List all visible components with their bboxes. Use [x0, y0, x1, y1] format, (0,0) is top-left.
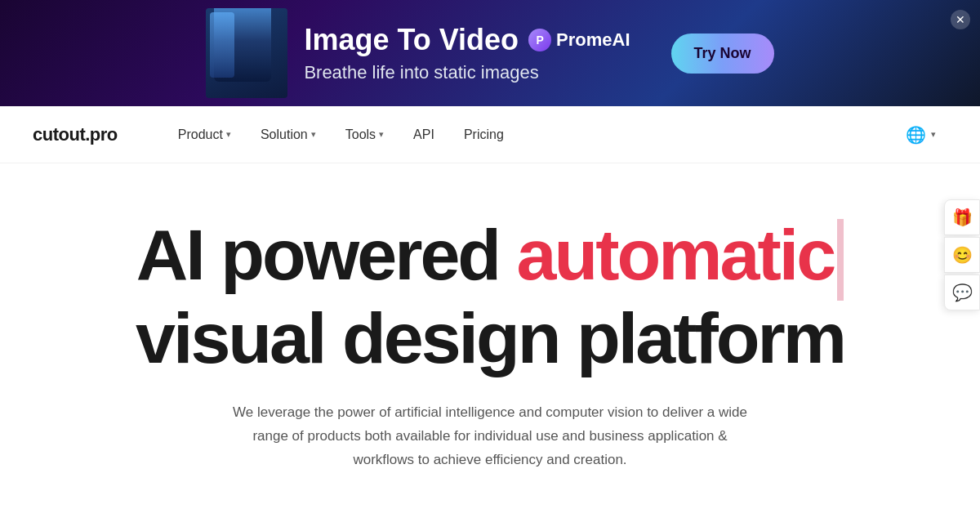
nav-label-pricing: Pricing — [464, 127, 504, 142]
ad-brand-name: PromeAI — [556, 29, 630, 51]
lang-chevron: ▾ — [931, 129, 936, 140]
navbar: cutout.pro Product ▾ Solution ▾ Tools ▾ … — [0, 106, 980, 163]
nav-item-solution[interactable]: Solution ▾ — [249, 121, 327, 149]
gift-button[interactable]: 🎁 — [944, 199, 980, 235]
nav-label-solution: Solution — [261, 127, 308, 142]
ad-title-text: Image To Video — [304, 23, 519, 57]
hero-section: AI powered automatic visual design platf… — [0, 163, 980, 509]
site-logo[interactable]: cutout.pro — [33, 124, 118, 145]
ad-title: Image To Video P PromeAI — [304, 23, 630, 57]
chevron-down-icon: ▾ — [379, 129, 384, 140]
ad-subtitle: Breathe life into static images — [304, 62, 630, 83]
hero-heading: AI powered automatic visual design platf… — [136, 217, 844, 377]
hero-heading-part1: AI powered — [136, 214, 517, 295]
ad-banner-inner: Image To Video P PromeAI Breathe life in… — [206, 8, 773, 98]
ad-close-button[interactable]: ✕ — [951, 10, 970, 29]
nav-item-api[interactable]: API — [402, 121, 446, 149]
side-buttons-panel: 🎁 😊 💬 — [944, 199, 980, 310]
translate-icon: 🌐 — [906, 125, 926, 145]
ad-brand: P PromeAI — [528, 29, 630, 51]
chevron-down-icon: ▾ — [226, 129, 231, 140]
nav-item-product[interactable]: Product ▾ — [167, 121, 243, 149]
nav-label-product: Product — [178, 127, 223, 142]
ad-text-section: Image To Video P PromeAI Breathe life in… — [304, 23, 630, 83]
ad-banner: Image To Video P PromeAI Breathe life in… — [0, 0, 980, 106]
ad-brand-logo-icon: P — [528, 29, 551, 51]
nav-item-tools[interactable]: Tools ▾ — [334, 121, 395, 149]
cursor-bar — [837, 219, 844, 301]
nav-label-tools: Tools — [345, 127, 376, 142]
hero-subtext: We leverage the power of artificial inte… — [225, 401, 755, 472]
hero-heading-part2: visual design platform — [136, 297, 844, 378]
nav-menu: Product ▾ Solution ▾ Tools ▾ API Pricing — [167, 121, 894, 149]
avatar-button[interactable]: 😊 — [944, 237, 980, 273]
chat-button[interactable]: 💬 — [944, 275, 980, 310]
language-selector[interactable]: 🌐 ▾ — [894, 118, 947, 151]
nav-item-pricing[interactable]: Pricing — [452, 121, 515, 149]
ad-product-image — [206, 8, 287, 98]
hero-heading-highlight: automatic — [517, 214, 835, 295]
chevron-down-icon: ▾ — [311, 129, 316, 140]
ad-cta-button[interactable]: Try Now — [671, 33, 774, 74]
nav-label-api: API — [413, 127, 434, 142]
